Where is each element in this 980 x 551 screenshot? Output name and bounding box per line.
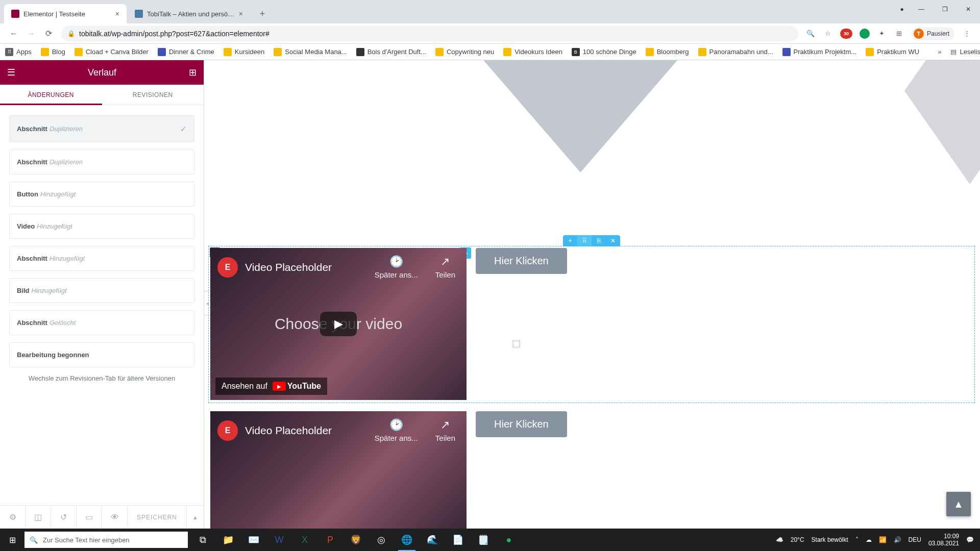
history-item[interactable]: AbschnittDuplizieren✓ — [9, 115, 194, 142]
app-icon[interactable]: ◎ — [370, 529, 393, 551]
hero-shape — [386, 60, 774, 172]
star-icon[interactable]: ☆ — [823, 29, 833, 39]
notifications-icon[interactable]: 💬 — [966, 536, 974, 543]
bookmark-item[interactable]: Panoramabahn und... — [698, 48, 773, 56]
excel-icon[interactable]: X — [293, 529, 316, 551]
bookmark-item[interactable]: Blog — [41, 48, 65, 56]
watch-later-button[interactable]: 🕑Später ans... — [375, 255, 418, 279]
tab-changes[interactable]: ÄNDERUNGEN — [0, 85, 102, 105]
zoom-icon[interactable]: 🔍 — [805, 29, 816, 39]
extension-badge-icon[interactable]: 30 — [840, 29, 852, 39]
history-item[interactable]: Bearbeitung begonnen — [9, 342, 194, 367]
scroll-top-button[interactable]: ▲ — [946, 492, 971, 516]
app-icon[interactable]: 🗒️ — [472, 529, 495, 551]
tray-chevron-icon[interactable]: ˄ — [855, 536, 859, 543]
apps-button[interactable]: ⠿Apps — [5, 48, 32, 56]
network-icon[interactable]: 📶 — [879, 536, 887, 543]
bookmark-item[interactable]: Kursideen — [224, 48, 265, 56]
close-icon[interactable]: × — [239, 10, 243, 18]
volume-icon[interactable]: 🔊 — [894, 536, 901, 543]
close-button[interactable]: ✕ — [957, 0, 980, 18]
url-input[interactable]: 🔒 tobitalk.at/wp-admin/post.php?post=627… — [61, 26, 798, 41]
history-item[interactable]: AbschnittGelöscht — [9, 310, 194, 335]
add-section-icon[interactable]: + — [563, 235, 577, 246]
responsive-icon[interactable]: ▭ — [77, 506, 102, 529]
app-icon[interactable]: 📄 — [446, 529, 470, 551]
profile-button[interactable]: T Pausiert — [912, 27, 954, 40]
bookmark-item[interactable]: Social Media Mana... — [274, 48, 347, 56]
bookmark-item[interactable]: Praktikum Projektm... — [782, 48, 857, 56]
settings-icon[interactable]: ⚙ — [0, 506, 26, 529]
bookmark-item[interactable]: Cload + Canva Bilder — [75, 48, 149, 56]
history-item[interactable]: AbschnittDuplizieren — [9, 149, 194, 174]
bookmark-item[interactable]: Dinner & Crime — [158, 48, 214, 56]
history-item[interactable]: ButtonHinzugefügt — [9, 182, 194, 207]
mail-icon[interactable]: ✉️ — [242, 529, 265, 551]
weather-icon[interactable]: ☁️ — [776, 536, 783, 543]
menu-icon[interactable]: ⋮ — [962, 29, 972, 39]
save-options-icon[interactable]: ▲ — [186, 506, 204, 529]
edge-icon[interactable]: 🌊 — [421, 529, 444, 551]
bookmark-item[interactable]: Praktikum WU — [866, 48, 919, 56]
editor-canvas[interactable]: ◂ + ⠿ ⎘ ✕ ▥ ✎ E Video Placeholder 🕑Späte… — [204, 60, 980, 529]
powerpoint-icon[interactable]: P — [318, 529, 342, 551]
start-button[interactable]: ⊞ — [0, 529, 24, 551]
widgets-grid-icon[interactable]: ⊞ — [189, 67, 197, 78]
history-item[interactable]: BildHinzugefügt — [9, 278, 194, 303]
extension-icons: 🔍 ☆ 30 ✦ ⊞ T Pausiert ⋮ — [802, 27, 975, 40]
bookmark-item[interactable]: Copywriting neu — [435, 48, 494, 56]
video-widget[interactable]: E Video Placeholder 🕑Später ans... ↗Teil… — [210, 411, 467, 529]
browser-menu-icon[interactable]: ● — [894, 0, 910, 18]
bookmark-item[interactable]: B100 schöne Dinge — [572, 48, 636, 56]
history-icon[interactable]: ↺ — [51, 506, 77, 529]
extension-icon[interactable] — [860, 29, 870, 39]
cta-button[interactable]: Hier Klicken — [476, 248, 567, 274]
reading-list-button[interactable]: ▤Leseliste — [950, 48, 980, 56]
new-tab-button[interactable]: + — [255, 7, 270, 21]
save-button[interactable]: SPEICHERN — [128, 514, 186, 521]
word-icon[interactable]: W — [267, 529, 291, 551]
bookmark-item[interactable]: Bloomberg — [646, 48, 689, 56]
bookmarks-overflow-icon[interactable]: » — [938, 48, 941, 56]
hamburger-icon[interactable]: ☰ — [7, 67, 15, 78]
onedrive-icon[interactable]: ☁ — [866, 536, 872, 543]
play-button[interactable]: ▶ — [320, 312, 357, 336]
browser-tab-active[interactable]: Elementor | Testseite × — [4, 4, 127, 23]
tab-revisions[interactable]: REVISIONEN — [102, 85, 204, 105]
explorer-icon[interactable]: 📁 — [216, 529, 240, 551]
maximize-button[interactable]: ❐ — [933, 0, 957, 18]
back-button[interactable]: ← — [5, 27, 22, 41]
clock[interactable]: 10:09 03.08.2021 — [928, 533, 959, 547]
watch-on-youtube[interactable]: Ansehen auf ▶YouTube — [215, 378, 327, 395]
task-view-icon[interactable]: ⧉ — [191, 529, 214, 551]
history-item[interactable]: VideoHinzugefügt — [9, 214, 194, 239]
weather-temp[interactable]: 20°C — [791, 536, 804, 543]
video-widget[interactable]: E Video Placeholder 🕑Später ans... ↗Teil… — [210, 248, 467, 400]
edit-section-icon[interactable]: ⠿ — [577, 235, 592, 246]
close-icon[interactable]: × — [115, 10, 119, 18]
share-button[interactable]: ↗Teilen — [435, 255, 455, 279]
history-item[interactable]: AbschnittHinzugefügt — [9, 246, 194, 271]
extensions-icon[interactable]: ✦ — [877, 29, 887, 39]
cta-button[interactable]: Hier Klicken — [476, 411, 567, 437]
browser-tab[interactable]: TobiTalk – Aktien und persönlich × — [128, 4, 250, 23]
forward-button[interactable]: → — [22, 27, 40, 41]
share-button[interactable]: ↗Teilen — [435, 418, 455, 442]
app-icon[interactable]: 🦁 — [344, 529, 368, 551]
bookmark-item[interactable]: Videokurs Ideen — [503, 48, 562, 56]
extension-icon[interactable]: ⊞ — [894, 29, 904, 39]
language-indicator[interactable]: DEU — [909, 536, 921, 543]
duplicate-section-icon[interactable]: ⎘ — [592, 235, 606, 246]
watch-later-button[interactable]: 🕑Später ans... — [375, 418, 418, 442]
spotify-icon[interactable]: ● — [497, 529, 521, 551]
preview-icon[interactable]: 👁 — [102, 506, 128, 529]
taskbar-search[interactable]: 🔍 Zur Suche Text hier eingeben — [24, 532, 188, 548]
bookmark-item[interactable]: Bois d'Argent Duft... — [356, 48, 426, 56]
search-icon: 🔍 — [30, 536, 38, 544]
navigator-icon[interactable]: ◫ — [26, 506, 51, 529]
minimize-button[interactable]: — — [910, 0, 933, 18]
reload-button[interactable]: ⟳ — [40, 27, 57, 41]
chrome-icon[interactable]: 🌐 — [395, 529, 419, 551]
weather-desc[interactable]: Stark bewölkt — [812, 536, 848, 543]
delete-section-icon[interactable]: ✕ — [606, 235, 620, 246]
